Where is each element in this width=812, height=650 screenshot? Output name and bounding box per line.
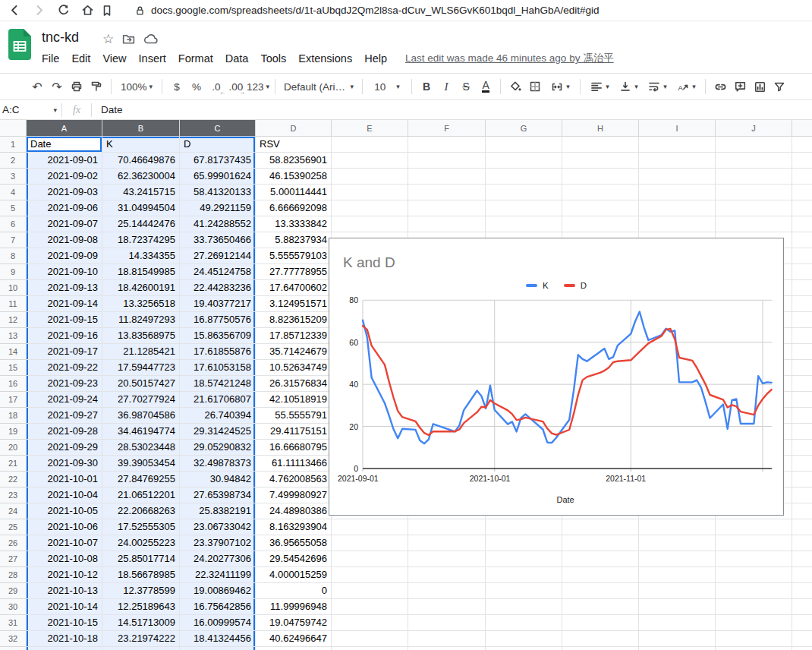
cell-partial[interactable] [792,169,812,185]
cell-D10[interactable]: 17.64700602 [256,280,332,296]
column-header-I[interactable]: I [639,120,716,137]
cell-E31[interactable] [332,615,408,631]
cell-partial[interactable] [792,137,812,153]
cell-D9[interactable]: 27.77778955 [256,264,332,280]
cell-B25[interactable]: 17.52555305 [102,519,180,535]
cell-C27[interactable]: 24.20277306 [180,551,256,567]
cell-A7[interactable]: 2021-09-08 [27,232,102,248]
cell-partial[interactable] [792,328,812,344]
cell-I26[interactable] [639,535,716,551]
fill-color-button[interactable] [506,77,524,96]
cell-C5[interactable]: 49.2921159 [180,200,256,216]
row-header-5[interactable]: 5 [0,200,27,216]
cell-F1[interactable] [408,137,486,153]
cell-A33[interactable] [27,647,102,650]
cell-J30[interactable] [716,599,792,615]
cell-A26[interactable]: 2021-10-07 [27,535,102,551]
cell-B28[interactable]: 18.56678985 [102,567,180,583]
cell-J25[interactable] [716,519,792,535]
cell-J28[interactable] [716,567,792,583]
cell-A30[interactable]: 2021-10-14 [27,599,102,615]
cell-C10[interactable]: 22.44283236 [180,280,256,296]
cell-partial[interactable] [792,216,812,232]
cell-B9[interactable]: 18.81549985 [102,264,180,280]
cell-A20[interactable]: 2021-09-29 [27,440,102,456]
cell-G3[interactable] [486,169,562,185]
column-header-F[interactable]: F [408,120,486,137]
row-header-11[interactable]: 11 [0,296,27,312]
move-to-folder-icon[interactable] [121,32,136,46]
cell-C22[interactable]: 30.94842 [180,472,256,488]
cell-J1[interactable] [716,137,792,153]
cell-B23[interactable]: 21.06512201 [102,488,180,503]
cell-partial[interactable] [792,296,812,312]
document-title[interactable]: tnc-kd [42,30,79,46]
cell-G33[interactable] [486,647,562,650]
cell-A4[interactable]: 2021-09-03 [27,185,102,200]
cell-F33[interactable] [408,647,486,650]
cell-H33[interactable] [562,647,639,650]
menu-data[interactable]: Data [219,50,255,67]
cell-D5[interactable]: 6.666692098 [256,200,332,216]
row-header-16[interactable]: 16 [0,376,27,392]
cell-B15[interactable]: 17.59447723 [102,360,180,376]
row-header-33[interactable] [0,647,27,650]
cell-C20[interactable]: 29.05290832 [180,440,256,456]
cell-I3[interactable] [639,169,716,185]
cell-F26[interactable] [408,535,486,551]
cell-G6[interactable] [486,216,562,232]
cell-E1[interactable] [332,137,408,153]
cell-J33[interactable] [716,647,792,650]
cell-D8[interactable]: 5.555579103 [256,248,332,264]
cell-A13[interactable]: 2021-09-16 [27,328,102,344]
cell-E26[interactable] [332,535,408,551]
cell-F32[interactable] [408,631,486,647]
row-header-30[interactable]: 30 [0,599,27,615]
cell-E3[interactable] [332,169,408,185]
cell-J31[interactable] [716,615,792,631]
cell-B11[interactable]: 13.3256518 [102,296,180,312]
column-header-G[interactable]: G [486,120,562,137]
cell-E29[interactable] [332,583,408,599]
cell-B27[interactable]: 25.85017714 [102,551,180,567]
cell-C31[interactable]: 16.00999574 [180,615,256,631]
cell-D25[interactable]: 8.163293904 [256,519,332,535]
cell-A23[interactable]: 2021-10-04 [27,488,102,503]
last-edit-link[interactable]: Last edit was made 46 minutes ago by 馮治平 [405,52,614,65]
cell-D17[interactable]: 42.10518919 [256,392,332,408]
row-header-24[interactable]: 24 [0,503,27,519]
cell-H26[interactable] [562,535,639,551]
cell-D16[interactable]: 26.31576834 [256,376,332,392]
bookmark-button[interactable] [97,2,117,20]
cell-partial[interactable] [792,615,812,631]
cell-C7[interactable]: 33.73650466 [180,232,256,248]
cell-H25[interactable] [562,519,639,535]
row-header-32[interactable]: 32 [0,631,27,647]
cell-A27[interactable]: 2021-10-08 [27,551,102,567]
forward-button[interactable] [29,2,49,20]
cloud-saved-icon[interactable] [143,32,159,46]
cell-B12[interactable]: 11.82497293 [102,312,180,328]
cell-A14[interactable]: 2021-09-17 [27,344,102,360]
increase-decimal-button[interactable]: .00→ [227,77,245,96]
cell-D23[interactable]: 7.499980927 [256,488,332,503]
row-header-17[interactable]: 17 [0,392,27,408]
cell-G32[interactable] [486,631,562,647]
cell-I33[interactable] [639,647,716,650]
cell-C11[interactable]: 19.40377217 [180,296,256,312]
row-header-25[interactable]: 25 [0,519,27,535]
cell-J3[interactable] [716,169,792,185]
cell-A5[interactable]: 2021-09-06 [27,200,102,216]
italic-button[interactable]: I [437,77,455,96]
cell-D28[interactable]: 4.000015259 [256,567,332,583]
format-percent-button[interactable]: % [187,77,206,96]
column-header-partial[interactable] [792,120,812,137]
cell-C14[interactable]: 17.61855876 [180,344,256,360]
cell-C3[interactable]: 65.99901624 [180,169,256,185]
cell-I4[interactable] [639,185,716,200]
cell-C32[interactable]: 18.41324456 [180,631,256,647]
cell-I6[interactable] [639,216,716,232]
row-header-12[interactable]: 12 [0,312,27,328]
cell-A17[interactable]: 2021-09-24 [27,392,102,408]
row-header-22[interactable]: 22 [0,472,27,488]
